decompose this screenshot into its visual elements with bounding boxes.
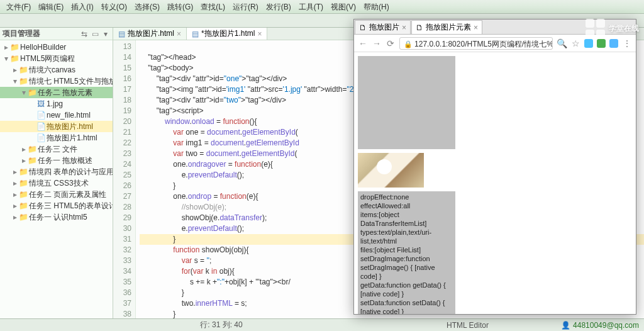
menu-item[interactable]: 插入(I) xyxy=(67,0,97,13)
tree-node[interactable]: ▸📁情境四 表单的设计与应用 xyxy=(0,166,113,177)
back-icon[interactable]: ← xyxy=(358,38,368,48)
menu-item[interactable]: 工具(T) xyxy=(295,0,327,13)
menu-item[interactable]: 跳转(G) xyxy=(164,0,197,13)
tree-node[interactable]: ▸📁任务一 拖放概述 xyxy=(0,155,113,166)
twisty-icon: ▸ xyxy=(20,145,28,154)
menu-item[interactable]: 查找(L) xyxy=(197,0,229,13)
node-label: 情境四 表单的设计与应用 xyxy=(29,167,113,177)
menu-dots-icon[interactable]: ⋮ xyxy=(622,38,632,48)
node-icon: 📁 xyxy=(19,190,28,199)
menu-item[interactable]: 转义(O) xyxy=(97,0,131,13)
browser-window: 🗋拖放图片×🗋拖放图片元素× ← → ⟳ 🔒 127.0.0.1:8020/HT… xyxy=(353,19,636,315)
twisty-icon: ▸ xyxy=(3,43,10,52)
twisty-icon: ▸ xyxy=(20,156,28,165)
node-label: 任务三 文件 xyxy=(38,144,77,155)
ext-icon[interactable] xyxy=(584,39,593,48)
menu-item[interactable]: 帮助(H) xyxy=(360,0,393,13)
tab-title: 拖放图片 xyxy=(369,22,399,33)
close-icon[interactable]: × xyxy=(257,30,262,38)
editor-tab[interactable]: ▤拖放图片.html× xyxy=(113,28,187,40)
twisty-icon: ▸ xyxy=(11,65,19,74)
link-icon[interactable]: ⇆ xyxy=(80,30,89,38)
menu-item[interactable]: 编辑(E) xyxy=(35,0,67,13)
tree-node[interactable]: 🖼1.jpg xyxy=(0,98,113,109)
twisty-icon: ▸ xyxy=(11,201,19,210)
status-bar: 行: 31 列: 40 HTML Editor 👤 44810049@qq.co… xyxy=(0,318,644,331)
browser-tab[interactable]: 🗋拖放图片元素× xyxy=(411,20,482,34)
search-icon[interactable]: 🔍 xyxy=(557,38,567,48)
close-icon[interactable]: × xyxy=(474,23,478,32)
node-icon: 📁 xyxy=(28,145,36,154)
gutter: 1314151617181920212223242526272829303132… xyxy=(113,40,136,318)
node-icon: 📁 xyxy=(19,213,28,222)
ext-icon[interactable] xyxy=(597,39,606,48)
node-icon: 📄 xyxy=(36,111,45,120)
tree-node[interactable]: ▸📁HelloHBuilder xyxy=(0,42,113,53)
menu-item[interactable]: 文件(F) xyxy=(3,0,35,13)
reload-icon[interactable]: ⟳ xyxy=(386,38,396,48)
tree-node[interactable]: ▸📁任务二 页面元素及属性 xyxy=(0,189,113,200)
node-label: 拖放图片1.html xyxy=(47,133,97,143)
tree-node[interactable]: ▸📁情境六canvas xyxy=(0,64,113,76)
tree-node[interactable]: ▾📁HTML5网页编程 xyxy=(0,53,113,64)
star-icon[interactable]: ☆ xyxy=(570,38,580,48)
twisty-icon: ▾ xyxy=(20,88,28,97)
node-icon: 📄 xyxy=(36,133,45,142)
node-label: 任务三 HTML5的表单设计 xyxy=(29,201,113,211)
node-icon: 📁 xyxy=(28,88,36,97)
collapse-icon[interactable]: ▭ xyxy=(91,30,99,38)
node-icon: 📁 xyxy=(10,43,19,52)
node-label: 拖放图片.html xyxy=(47,121,93,132)
tab-label: 拖放图片.html xyxy=(128,28,174,39)
tree-node[interactable]: ▾📁任务二 拖放元素 xyxy=(0,87,113,98)
menu-icon[interactable]: ▾ xyxy=(101,30,110,38)
close-icon[interactable]: × xyxy=(402,23,406,32)
node-icon: 📁 xyxy=(19,201,28,210)
node-label: HelloHBuilder xyxy=(20,43,66,52)
tree-node[interactable]: ▸📁任务一 认识html5 xyxy=(0,211,113,223)
menu-item[interactable]: 发行(B) xyxy=(262,0,295,13)
page-icon: 🗋 xyxy=(359,23,367,32)
node-label: 任务一 认识html5 xyxy=(29,212,87,223)
twisty-icon: ▸ xyxy=(11,213,19,222)
tree-node[interactable]: ▸📁任务三 HTML5的表单设计 xyxy=(0,200,113,211)
page-icon: 🗋 xyxy=(416,23,423,32)
tree-node[interactable]: ▸📁任务三 文件 xyxy=(0,143,113,155)
editor-tab[interactable]: ▤*拖放图片1.html× xyxy=(187,28,267,40)
close-icon[interactable]: × xyxy=(177,30,181,38)
sidebar: 项目管理器 ⇆ ▭ ▾ ▸📁HelloHBuilder▾📁HTML5网页编程▸📁… xyxy=(0,28,113,318)
ext-icon[interactable] xyxy=(609,39,618,48)
tree-node[interactable]: 📄拖放图片1.html xyxy=(0,132,113,143)
node-label: 情境七 HTML5文件与拖放 xyxy=(29,76,113,87)
img1[interactable] xyxy=(358,153,424,188)
node-icon: 📁 xyxy=(19,167,28,176)
tree-node[interactable]: ▸📁情境五 CSS3技术 xyxy=(0,177,113,189)
sidebar-title: 项目管理器 xyxy=(3,28,40,39)
node-label: 任务二 页面元素及属性 xyxy=(29,189,106,200)
browser-content: dropEffect:noneeffectAllowed:allitems:[o… xyxy=(354,52,636,314)
node-icon: 📄 xyxy=(36,122,45,131)
node-label: 1.jpg xyxy=(47,99,63,108)
node-label: 任务一 拖放概述 xyxy=(38,155,92,166)
user-account[interactable]: 👤 44810049@qq.com xyxy=(556,321,644,330)
url-field[interactable]: 🔒 127.0.0.1:8020/HTML5网页编程/情境七%… xyxy=(399,37,553,50)
node-label: 情境六canvas xyxy=(29,65,75,76)
menu-item[interactable]: 视图(V) xyxy=(327,0,360,13)
node-icon: 📁 xyxy=(28,156,36,165)
forward-icon[interactable]: → xyxy=(372,38,382,48)
file-icon: ▤ xyxy=(118,30,125,38)
div-one[interactable] xyxy=(358,56,455,149)
twisty-icon: ▾ xyxy=(3,54,10,63)
tree-node[interactable]: ▾📁情境七 HTML5文件与拖放 xyxy=(0,76,113,87)
project-tree[interactable]: ▸📁HelloHBuilder▾📁HTML5网页编程▸📁情境六canvas▾📁情… xyxy=(0,40,113,318)
tree-node[interactable]: 📄new_file.html xyxy=(0,109,113,121)
menu-item[interactable]: 运行(R) xyxy=(229,0,262,13)
node-icon: 📁 xyxy=(10,54,19,63)
node-label: 任务二 拖放元素 xyxy=(38,87,92,98)
node-label: new_file.html xyxy=(47,111,91,120)
menu-item[interactable]: 选择(S) xyxy=(131,0,164,13)
twisty-icon: ▸ xyxy=(11,190,19,199)
twisty-icon: ▸ xyxy=(11,167,19,176)
browser-tab[interactable]: 🗋拖放图片× xyxy=(355,20,411,34)
tree-node[interactable]: 📄拖放图片.html xyxy=(0,121,113,132)
